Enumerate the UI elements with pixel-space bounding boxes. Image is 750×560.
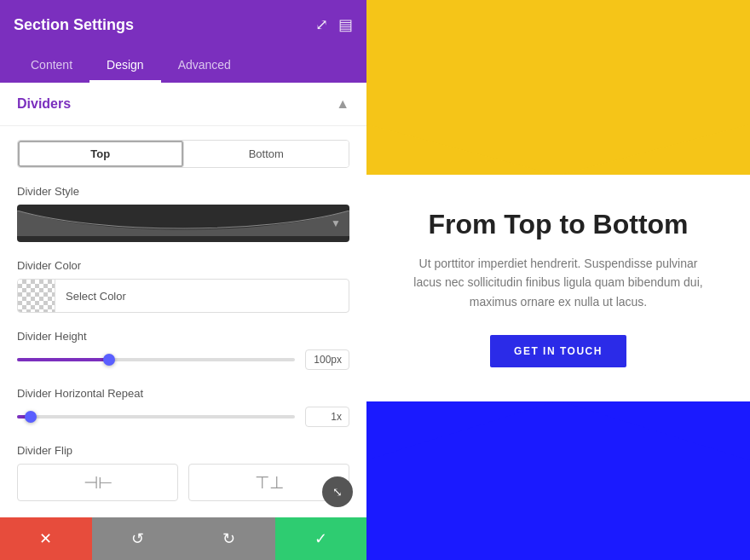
preview-panel: From Top to Bottom Ut porttitor imperdie…: [366, 0, 750, 560]
dividers-title: Dividers: [17, 96, 71, 112]
toggle-bottom[interactable]: Bottom: [184, 141, 349, 167]
flip-horizontal-icon: ⊣⊢: [84, 472, 112, 493]
redo-button[interactable]: ↻: [183, 517, 275, 560]
divider-repeat-group: Divider Horizontal Repeat 1x: [17, 387, 349, 427]
cursor-icon: ⤡: [332, 485, 343, 499]
cancel-button[interactable]: ✕: [0, 517, 92, 560]
divider-height-slider-row: 100px: [17, 349, 349, 370]
divider-repeat-label: Divider Horizontal Repeat: [17, 387, 349, 400]
tabs-bar: Content Design Advanced: [0, 49, 366, 83]
dividers-section-header: Dividers ▲: [0, 83, 366, 126]
divider-repeat-slider-row: 1x: [17, 407, 349, 427]
save-button[interactable]: ✓: [275, 517, 367, 560]
divider-height-thumb[interactable]: [103, 354, 115, 366]
divider-color-label: Divider Color: [17, 259, 349, 272]
flip-horizontal-btn[interactable]: ⊣⊢: [17, 464, 178, 501]
divider-preview-box[interactable]: ▼: [17, 205, 349, 242]
tab-content[interactable]: Content: [14, 49, 89, 83]
divider-height-fill: [17, 358, 109, 361]
divider-flip-group: Divider Flip ⊣⊢ ⊤⊥: [17, 444, 349, 501]
divider-style-label: Divider Style: [17, 185, 349, 198]
undo-icon: ↺: [131, 529, 144, 548]
section-body: Top Bottom Divider Style ▼: [0, 126, 366, 532]
bottom-blue-section: [366, 401, 750, 560]
redo-icon: ↻: [222, 529, 235, 548]
divider-height-track[interactable]: [17, 358, 295, 361]
cta-button[interactable]: GET IN TOUCH: [490, 335, 626, 367]
layout-icon[interactable]: ▤: [338, 15, 353, 34]
floating-cursor-btn[interactable]: ⤡: [322, 476, 353, 507]
divider-repeat-value[interactable]: 1x: [305, 407, 349, 427]
select-arrow-icon: ▼: [331, 217, 341, 229]
chevron-up-divider-blue: [366, 401, 750, 460]
svg-marker-0: [366, 124, 750, 176]
divider-height-label: Divider Height: [17, 330, 349, 343]
top-bottom-toggle: Top Bottom: [17, 140, 349, 168]
tab-design[interactable]: Design: [89, 49, 161, 83]
divider-height-value[interactable]: 100px: [305, 349, 349, 370]
divider-height-group: Divider Height 100px: [17, 330, 349, 370]
middle-white-section: From Top to Bottom Ut porttitor imperdie…: [366, 175, 750, 401]
main-body-text: Ut porttitor imperdiet hendrerit. Suspen…: [413, 254, 703, 311]
divider-repeat-thumb[interactable]: [25, 411, 37, 423]
panel-content: Dividers ▲ Top Bottom Divider Style: [0, 83, 366, 560]
header-icons: ⤢ ▤: [315, 15, 353, 34]
divider-style-group: Divider Style ▼: [17, 185, 349, 242]
top-yellow-section: [366, 0, 750, 175]
color-checkerboard: [18, 280, 55, 312]
tab-advanced[interactable]: Advanced: [161, 49, 248, 83]
main-heading: From Top to Bottom: [428, 209, 688, 240]
svg-marker-1: [366, 401, 750, 460]
chevron-down-divider-yellow: [366, 124, 750, 176]
color-picker-row[interactable]: Select Color: [17, 279, 349, 313]
panel-header: Section Settings ⤢ ▤: [0, 0, 366, 49]
flip-buttons: ⊣⊢ ⊤⊥: [17, 464, 349, 501]
expand-icon[interactable]: ⤢: [315, 15, 328, 34]
action-bar: ✕ ↺ ↻ ✓: [0, 517, 366, 560]
settings-panel: Section Settings ⤢ ▤ Content Design Adva…: [0, 0, 366, 560]
divider-flip-label: Divider Flip: [17, 444, 349, 457]
divider-repeat-track[interactable]: [17, 415, 295, 419]
cancel-icon: ✕: [39, 529, 52, 548]
panel-title: Section Settings: [14, 16, 134, 34]
toggle-top[interactable]: Top: [18, 141, 184, 167]
flip-vertical-icon: ⊤⊥: [255, 472, 284, 493]
undo-button[interactable]: ↺: [92, 517, 184, 560]
divider-style-select[interactable]: ▼: [17, 205, 349, 242]
select-color-label: Select Color: [55, 290, 349, 303]
divider-color-group: Divider Color Select Color: [17, 259, 349, 313]
save-icon: ✓: [314, 529, 327, 548]
collapse-icon[interactable]: ▲: [336, 96, 349, 112]
